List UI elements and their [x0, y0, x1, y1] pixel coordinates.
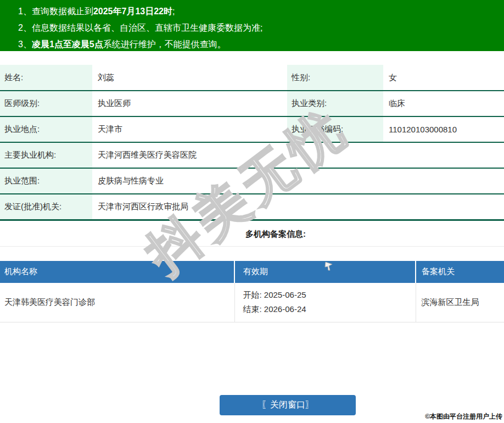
close-window-button[interactable]: 〖关闭窗口〗	[220, 395, 356, 415]
table-row: 发证(批准)机关: 天津市河西区行政审批局	[0, 194, 504, 220]
field-value-certificate-number: 110120103000810	[383, 116, 504, 142]
table-row: 天津韩美医疗美容门诊部 开始: 2025-06-25 结束: 2026-06-2…	[0, 283, 504, 322]
field-value-practice-scope: 皮肤病与性病专业	[92, 168, 504, 194]
notice-text: ;	[172, 7, 175, 16]
column-header-filing-authority: 备案机关	[416, 261, 504, 283]
field-value-practice-category: 临床	[383, 91, 504, 116]
field-value-practice-location: 天津市	[92, 116, 287, 142]
notice-text-bold: 凌晨1点至凌晨5点	[32, 40, 103, 49]
field-label-gender: 性别:	[287, 65, 383, 91]
credit-watermark: ©本图由平台注册用户上传	[425, 412, 502, 421]
field-value-name: 刘蕊	[92, 65, 287, 91]
period-start: 开始: 2025-06-25	[243, 288, 416, 302]
field-label-practice-scope: 执业范围:	[0, 168, 92, 194]
period-end: 结束: 2026-06-24	[243, 302, 416, 316]
notice-text: 信息数据结果以各省、自治区、直辖市卫生健康委数据为准;	[32, 23, 262, 32]
field-label-practice-location: 执业地点:	[0, 116, 92, 142]
notice-text: 查询数据截止到	[32, 7, 93, 16]
cell-validity-period: 开始: 2025-06-25 结束: 2026-06-24	[234, 283, 416, 322]
table-row: 医师级别: 执业医师 执业类别: 临床	[0, 91, 504, 116]
practitioner-info-table: 姓名: 刘蕊 性别: 女 医师级别: 执业医师 执业类别: 临床 执业地点: 天…	[0, 65, 504, 221]
table-row: 主要执业机构: 天津河西维美医疗美容医院	[0, 142, 504, 168]
notice-line-2: 2、信息数据结果以各省、自治区、直辖市卫生健康委数据为准;	[18, 20, 504, 36]
cell-filing-authority: 滨海新区卫生局	[416, 283, 504, 322]
field-label-certificate-number: 执业证书编码:	[287, 116, 383, 142]
notice-line-1: 1、查询数据截止到2025年7月13日22时;	[18, 3, 504, 20]
field-label-doctor-level: 医师级别:	[0, 91, 92, 116]
field-value-doctor-level: 执业医师	[92, 91, 287, 116]
field-value-gender: 女	[383, 65, 504, 91]
notice-text: 系统进行维护，不能提供查询。	[103, 40, 226, 49]
table-row: 执业范围: 皮肤病与性病专业	[0, 168, 504, 194]
field-value-issuing-authority: 天津市河西区行政审批局	[92, 194, 504, 220]
field-value-main-institution: 天津河西维美医疗美容医院	[92, 142, 504, 168]
notice-number: 3、	[18, 40, 32, 49]
field-label-name: 姓名:	[0, 65, 92, 91]
filing-table: 机构名称 有效期 备案机关 天津韩美医疗美容门诊部 开始: 2025-06-25…	[0, 261, 504, 323]
notice-banner: 1、查询数据截止到2025年7月13日22时; 2、信息数据结果以各省、自治区、…	[0, 0, 504, 51]
notice-number: 2、	[18, 23, 32, 32]
notice-text-bold: 2025年7月13日22时	[93, 7, 172, 16]
field-label-practice-category: 执业类别:	[287, 91, 383, 116]
table-row: 姓名: 刘蕊 性别: 女	[0, 65, 504, 91]
cell-org-name: 天津韩美医疗美容门诊部	[0, 283, 234, 322]
field-label-issuing-authority: 发证(批准)机关:	[0, 194, 92, 220]
column-header-org-name: 机构名称	[0, 261, 234, 283]
notice-line-3: 3、凌晨1点至凌晨5点系统进行维护，不能提供查询。	[18, 36, 504, 53]
multi-institution-section-title: 多机构备案信息:	[0, 221, 504, 247]
field-label-main-institution: 主要执业机构:	[0, 142, 92, 168]
notice-number: 1、	[18, 7, 32, 16]
filing-table-header-row: 机构名称 有效期 备案机关	[0, 261, 504, 283]
query-result-page: 1、查询数据截止到2025年7月13日22时; 2、信息数据结果以各省、自治区、…	[0, 0, 504, 423]
table-row: 执业地点: 天津市 执业证书编码: 110120103000810	[0, 116, 504, 142]
mouse-cursor-icon	[324, 261, 333, 274]
